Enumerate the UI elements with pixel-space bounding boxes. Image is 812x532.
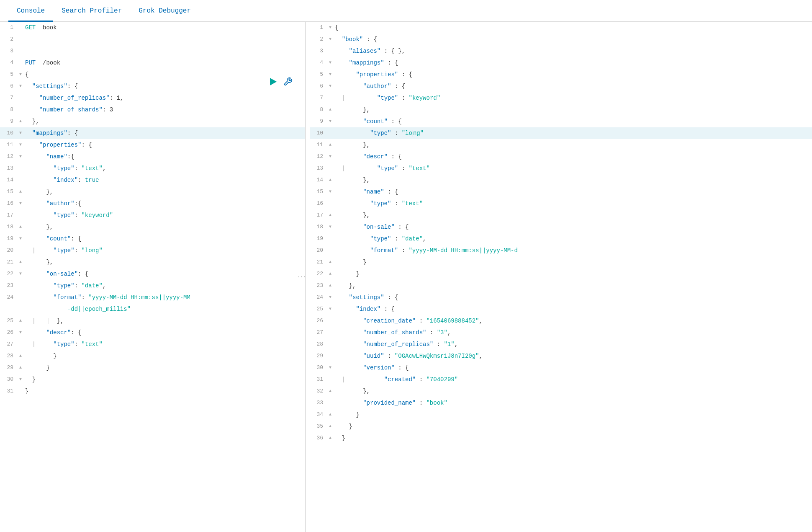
app-root: Console Search Profiler Grok Debugger [0,0,812,532]
code-line: 31 | "created" : "7040299" [310,374,812,385]
code-line: 24 ▼ "settings" : { [310,292,812,303]
code-line: 14 ▲ }, [310,174,812,186]
code-line: 17 ▲ }, [310,209,812,221]
main-content: 1 GET book 2 3 4 [0,22,812,532]
code-line: 28 ▲ } [0,350,305,362]
code-line: 13 "type": "text", [0,163,305,174]
code-line: 23 "type": "date", [0,280,305,292]
code-line: 16 "type" : "text" [310,198,812,209]
code-line: 24 "format": "yyyy-MM-dd HH:mm:ss||yyyy-… [0,292,305,303]
code-line: 30 ▼ "version" : { [310,362,812,374]
code-line: 12 ▼ "descr" : { [310,151,812,163]
wrench-button[interactable] [283,77,293,86]
code-line: 12 ▼ "name":{ [0,151,305,163]
tab-grok-debugger[interactable]: Grok Debugger [130,1,199,22]
code-line: 8 "number_of_shards": 3 [0,104,305,116]
code-line: 33 "provided_name" : "book" [310,397,812,409]
code-line: 29 ▲ } [0,362,305,374]
code-line: 21 ▲ }, [0,256,305,268]
code-line: 3 [0,45,305,57]
code-line: 28 "number_of_replicas" : "1", [310,338,812,350]
code-line: 1 ▼ { [310,22,812,34]
code-line: 35 ▲ } [310,421,812,432]
code-line: 22 ▼ "on-sale": { [0,268,305,280]
code-line: 5 ▼ { [0,69,305,80]
code-line: 8 ▲ }, [310,104,812,116]
code-line: 18 ▲ }, [0,221,305,233]
code-line: 4 PUT /book [0,57,305,69]
code-line: 29 "uuid" : "OGAcwLHwQkmsr1J8n7I20g", [310,350,812,362]
code-line: 7 "number_of_replicas": 1, [0,92,305,104]
code-line: 26 "creation_date" : "1654069888452", [310,315,812,327]
code-line: 21 ▲ } [310,256,812,268]
code-line: 11 ▼ "properties": { [0,139,305,151]
resize-handle[interactable]: ⋮ [298,273,305,281]
code-line: 19 "type" : "date", [310,233,812,245]
code-line: 18 ▼ "on-sale" : { [310,221,812,233]
nav-tabs: Console Search Profiler Grok Debugger [0,0,812,22]
code-line: 11 ▲ }, [310,139,812,151]
code-line: 34 ▲ } [310,409,812,421]
code-line: 36 ▲ } [310,432,812,444]
code-line: 15 ▼ "name" : { [310,186,812,198]
code-line: 23 ▲ }, [310,280,812,292]
code-line: 25 ▼ "index" : { [310,303,812,315]
code-line: 2 ▼ "book" : { [310,34,812,45]
left-editor-panel: 1 GET book 2 3 4 [0,22,306,532]
code-line: 17 "type": "keyword" [0,209,305,221]
code-line: 26 ▼ "descr": { [0,327,305,338]
code-line: 25 ▲ | | }, [0,315,305,327]
code-line-continuation: -dd||epoch_millis" [0,303,305,315]
code-line: 20 "format" : "yyyy-MM-dd HH:mm:ss||yyyy… [310,245,812,256]
code-line: 22 ▲ } [310,268,812,280]
left-code-area[interactable]: 1 GET book 2 3 4 [0,22,305,532]
code-line: 16 ▼ "author":{ [0,198,305,209]
code-line: 15 ▲ }, [0,186,305,198]
code-line: 4 ▼ "mappings" : { [310,57,812,69]
code-line: 2 [0,34,305,45]
code-line: 31 } [0,385,305,397]
code-line: 9 ▲ }, [0,116,305,127]
code-line: 32 ▲ }, [310,385,812,397]
tab-console[interactable]: Console [8,1,53,22]
code-line: 6 ▼ "settings": { [0,80,305,92]
code-line: 7 | "type" : "keyword" [310,92,812,104]
code-line: 3 "aliases" : { }, [310,45,812,57]
code-line: 5 ▼ "properties" : { [310,69,812,80]
right-output-panel: 1 ▼ { 2 ▼ "book" : { 3 "aliases" : { }, [306,22,812,532]
svg-marker-0 [270,78,277,85]
editor-toolbar [268,77,293,86]
code-line: 30 ▼ } [0,374,305,385]
code-line: 9 ▼ "count" : { [310,116,812,127]
run-button[interactable] [268,77,278,86]
code-line: 20 | "type": "long" [0,245,305,256]
right-code-area[interactable]: 1 ▼ { 2 ▼ "book" : { 3 "aliases" : { }, [306,22,812,532]
code-line: 13 | "type" : "text" [310,163,812,174]
code-line: 19 ▼ "count": { [0,233,305,245]
code-line: 27 | "type": "text" [0,338,305,350]
code-line: 6 ▼ "author" : { [310,80,812,92]
code-line: 14 "index": true [0,174,305,186]
code-line-highlighted: 10 "type" : "long" [310,127,812,139]
code-line: 27 "number_of_shards" : "3", [310,327,812,338]
code-line-highlighted: 10 ▼ "mappings": { [0,127,305,139]
code-line: 1 GET book [0,22,305,34]
tab-search-profiler[interactable]: Search Profiler [53,1,130,22]
